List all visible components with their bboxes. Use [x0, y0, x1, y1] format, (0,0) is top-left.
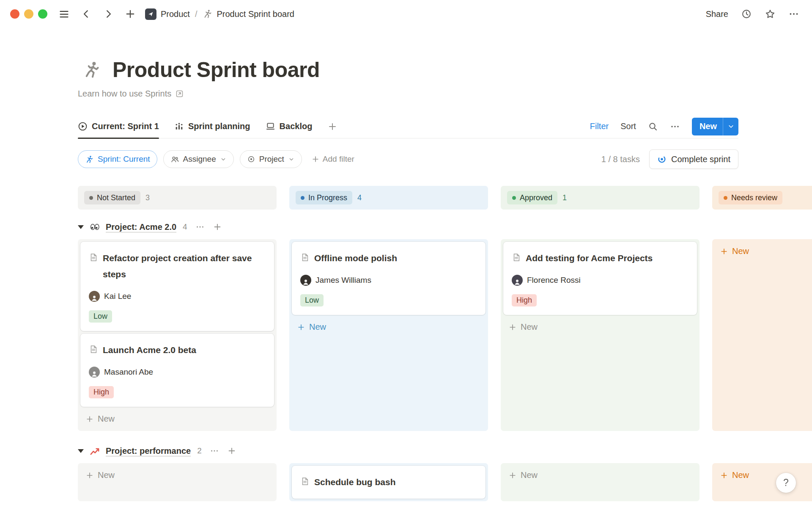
- chart-up-emoji-icon: [89, 445, 100, 456]
- new-card-button[interactable]: New: [292, 318, 486, 337]
- learn-sprints-link[interactable]: Learn how to use Sprints: [78, 89, 171, 99]
- card-title: Refactor project creation after save ste…: [103, 250, 266, 282]
- new-card-button[interactable]: New: [503, 466, 697, 485]
- tab-sprint-planning[interactable]: Sprint planning: [174, 115, 250, 138]
- window-topbar: Product / Product Sprint board Share: [0, 0, 812, 28]
- avatar: [89, 291, 100, 302]
- collapse-triangle-icon[interactable]: [78, 449, 84, 453]
- group-title[interactable]: Project: Acme 2.0: [106, 222, 176, 232]
- runner-icon: [203, 9, 213, 19]
- assignee-name: Kai Lee: [104, 292, 131, 301]
- external-link-icon[interactable]: [175, 89, 184, 98]
- breadcrumb-current[interactable]: Product Sprint board: [217, 9, 294, 19]
- complete-sprint-button[interactable]: Complete sprint: [649, 149, 738, 169]
- close-window-button[interactable]: [10, 9, 19, 19]
- chevron-down-icon[interactable]: [723, 123, 738, 130]
- avatar: [89, 367, 100, 378]
- chevron-down-icon: [288, 156, 295, 163]
- group-more-options-icon[interactable]: [195, 222, 205, 232]
- column-header-approved[interactable]: Approved 1: [501, 186, 700, 210]
- new-card-button[interactable]: New: [80, 466, 274, 485]
- history-clock-icon[interactable]: [741, 8, 752, 19]
- task-card[interactable]: Offline mode polish James Williams Low: [292, 242, 486, 315]
- sort-button[interactable]: Sort: [620, 121, 636, 131]
- task-card[interactable]: Schedule bug bash: [292, 466, 486, 499]
- backlog-icon: [266, 121, 275, 131]
- column-needs-review: New: [712, 463, 812, 501]
- assignee-name: James Williams: [315, 276, 371, 285]
- status-badge: Needs review: [719, 191, 782, 204]
- filter-bar: Sprint: Current Assignee Project Add fil…: [78, 149, 738, 169]
- breadcrumb: Product / Product Sprint board: [145, 8, 294, 20]
- group-add-icon[interactable]: [213, 222, 222, 232]
- breadcrumb-root[interactable]: Product: [161, 9, 190, 19]
- group-add-icon[interactable]: [227, 446, 236, 456]
- collapse-triangle-icon[interactable]: [78, 225, 84, 229]
- group-title[interactable]: Project: performance: [106, 446, 191, 456]
- help-button[interactable]: ?: [776, 473, 796, 493]
- search-icon[interactable]: [648, 121, 658, 132]
- assignee-name: Masanori Abe: [104, 367, 153, 377]
- assignee-filter-pill[interactable]: Assignee: [163, 150, 234, 168]
- add-filter-button[interactable]: Add filter: [311, 155, 354, 164]
- sprint-cycle-icon: [657, 155, 667, 164]
- task-card[interactable]: Add testing for Acme Projects Florence R…: [503, 242, 697, 315]
- page-icon: [512, 253, 521, 262]
- tab-label: Backlog: [280, 121, 313, 131]
- more-options-icon[interactable]: [788, 8, 799, 19]
- share-button[interactable]: Share: [706, 9, 728, 19]
- avatar: [512, 275, 523, 286]
- column-header-in-progress[interactable]: In Progress 4: [289, 186, 488, 210]
- assignee-name: Florence Rossi: [527, 276, 581, 285]
- status-badge: Not Started: [84, 191, 140, 204]
- new-button[interactable]: New: [692, 118, 738, 135]
- new-card-button[interactable]: New: [503, 318, 697, 337]
- view-tabs-bar: Current: Sprint 1 Sprint planning Backlo…: [78, 115, 738, 138]
- card-title: Launch Acme 2.0 beta: [103, 342, 196, 358]
- target-icon: [247, 155, 255, 163]
- forward-icon[interactable]: [103, 8, 114, 19]
- new-card-button[interactable]: New: [715, 242, 812, 261]
- priority-tag: High: [89, 386, 114, 398]
- column-in-progress: Offline mode polish James Williams Low N…: [289, 239, 488, 431]
- sprint-filter-label: Sprint: Current: [98, 155, 150, 164]
- column-header-not-started[interactable]: Not Started 3: [78, 186, 277, 210]
- page-title: Product Sprint board: [112, 58, 320, 82]
- group-header-performance: Project: performance 2: [78, 444, 812, 457]
- new-page-icon[interactable]: [125, 8, 136, 19]
- new-card-button[interactable]: New: [80, 409, 274, 428]
- new-card-button[interactable]: New: [715, 466, 812, 485]
- task-card[interactable]: Refactor project creation after save ste…: [80, 242, 274, 331]
- add-filter-label: Add filter: [323, 155, 354, 164]
- sprint-filter-pill[interactable]: Sprint: Current: [78, 150, 157, 168]
- project-filter-label: Project: [259, 155, 284, 164]
- task-card[interactable]: Launch Acme 2.0 beta Masanori Abe High: [80, 334, 274, 407]
- project-filter-pill[interactable]: Project: [240, 150, 302, 168]
- tab-backlog[interactable]: Backlog: [266, 115, 313, 138]
- eyes-emoji-icon: [89, 221, 100, 232]
- tab-label: Sprint planning: [188, 121, 250, 131]
- group-more-options-icon[interactable]: [210, 446, 219, 456]
- group-count: 4: [183, 222, 187, 232]
- favorite-star-icon[interactable]: [765, 8, 776, 19]
- sprint-planning-icon: [174, 121, 184, 131]
- column-header-needs-review[interactable]: Needs review: [712, 186, 812, 210]
- status-badge: Approved: [507, 191, 557, 204]
- minimize-window-button[interactable]: [24, 9, 33, 19]
- people-icon: [170, 155, 179, 164]
- group-header-acme: Project: Acme 2.0 4: [78, 221, 812, 233]
- status-dot: [301, 196, 304, 200]
- add-view-button[interactable]: [327, 115, 337, 138]
- traffic-lights: [10, 9, 47, 19]
- status-dot: [512, 196, 516, 200]
- zoom-window-button[interactable]: [38, 9, 47, 19]
- tab-current-sprint[interactable]: Current: Sprint 1: [78, 115, 159, 138]
- page-runner-icon[interactable]: [82, 60, 102, 80]
- column-in-progress: Schedule bug bash: [289, 463, 488, 501]
- filter-button[interactable]: Filter: [590, 121, 609, 131]
- back-icon[interactable]: [81, 8, 92, 19]
- product-teamspace-icon: [145, 8, 156, 20]
- view-more-options-icon[interactable]: [670, 121, 680, 132]
- assignee-filter-label: Assignee: [183, 155, 216, 164]
- sidebar-menu-icon[interactable]: [58, 8, 70, 20]
